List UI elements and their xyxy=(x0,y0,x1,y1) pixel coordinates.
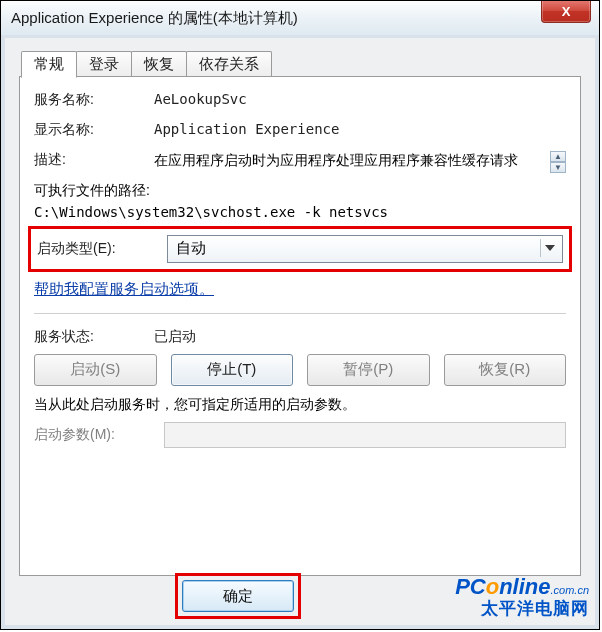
stop-button[interactable]: 停止(T) xyxy=(171,354,294,386)
select-startup-type[interactable]: 自动 xyxy=(167,235,563,263)
value-display-name: Application Experience xyxy=(154,121,566,137)
input-start-params xyxy=(164,422,566,448)
label-description: 描述: xyxy=(34,151,154,169)
select-startup-type-value: 自动 xyxy=(176,239,206,258)
scroll-down-icon[interactable]: ▼ xyxy=(550,162,566,173)
label-service-status: 服务状态: xyxy=(34,328,154,346)
value-service-status: 已启动 xyxy=(154,328,566,346)
scroll-up-icon[interactable]: ▲ xyxy=(550,151,566,162)
row-start-params: 启动参数(M): xyxy=(34,422,566,448)
tab-general[interactable]: 常规 xyxy=(21,51,77,78)
label-display-name: 显示名称: xyxy=(34,121,154,139)
note-text: 当从此处启动服务时，您可指定所适用的启动参数。 xyxy=(34,396,566,414)
chevron-down-icon xyxy=(540,239,559,257)
value-description: 在应用程序启动时为应用程序处理应用程序兼容性缓存请求 xyxy=(154,151,566,170)
row-startup-type: 启动类型(E): 自动 xyxy=(37,235,563,263)
value-service-name: AeLookupSvc xyxy=(154,91,566,107)
tab-logon[interactable]: 登录 xyxy=(76,51,132,78)
tab-panel-general: 服务名称: AeLookupSvc 显示名称: Application Expe… xyxy=(19,76,581,576)
description-scrollbar[interactable]: ▲ ▼ xyxy=(550,151,566,170)
pause-button: 暂停(P) xyxy=(307,354,430,386)
window-title: Application Experience 的属性(本地计算机) xyxy=(11,9,298,28)
link-help-configure[interactable]: 帮助我配置服务启动选项。 xyxy=(34,280,214,297)
row-display-name: 显示名称: Application Experience xyxy=(34,121,566,139)
label-start-params: 启动参数(M): xyxy=(34,426,164,444)
dialog-window: Application Experience 的属性(本地计算机) X 常规 登… xyxy=(0,0,600,630)
value-exe-path: C:\Windows\system32\svchost.exe -k netsv… xyxy=(34,204,566,220)
tab-dependencies[interactable]: 依存关系 xyxy=(186,51,272,78)
row-exe-path: 可执行文件的路径: C:\Windows\system32\svchost.ex… xyxy=(34,182,566,220)
row-service-status: 服务状态: 已启动 xyxy=(34,328,566,346)
ok-button[interactable]: 确定 xyxy=(182,580,294,612)
watermark-line1: PConline.com.cn xyxy=(455,574,589,599)
highlight-ok-button: 确定 xyxy=(175,573,301,619)
close-icon: X xyxy=(562,4,571,19)
watermark: PConline.com.cn 太平洋电脑网 xyxy=(455,574,589,619)
row-service-name: 服务名称: AeLookupSvc xyxy=(34,91,566,109)
highlight-startup-type: 启动类型(E): 自动 xyxy=(28,226,572,272)
title-bar[interactable]: Application Experience 的属性(本地计算机) X xyxy=(1,1,599,36)
service-control-buttons: 启动(S) 停止(T) 暂停(P) 恢复(R) xyxy=(34,354,566,386)
divider-1 xyxy=(34,313,566,314)
label-service-name: 服务名称: xyxy=(34,91,154,109)
row-description: 描述: 在应用程序启动时为应用程序处理应用程序兼容性缓存请求 ▲ ▼ xyxy=(34,151,566,170)
tab-recovery[interactable]: 恢复 xyxy=(131,51,187,78)
dialog-body: 常规 登录 恢复 依存关系 服务名称: AeLookupSvc 显示名称: Ap… xyxy=(1,35,599,629)
label-startup-type: 启动类型(E): xyxy=(37,240,167,258)
description-box: 在应用程序启动时为应用程序处理应用程序兼容性缓存请求 ▲ ▼ xyxy=(154,151,566,170)
start-button: 启动(S) xyxy=(34,354,157,386)
label-exe-path: 可执行文件的路径: xyxy=(34,182,566,200)
tab-strip: 常规 登录 恢复 依存关系 xyxy=(21,50,595,77)
resume-button: 恢复(R) xyxy=(444,354,567,386)
watermark-line2: 太平洋电脑网 xyxy=(455,599,589,619)
close-button[interactable]: X xyxy=(541,0,591,23)
